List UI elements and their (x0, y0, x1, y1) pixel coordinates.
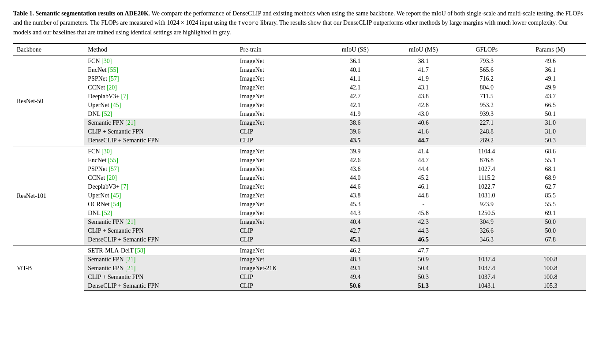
gflops-cell: 304.9 (458, 218, 515, 227)
caption-label: Table 1. (13, 10, 34, 17)
method-cell: Semantic FPN [21] (84, 264, 236, 273)
results-table: Backbone Method Pre-train mIoU (SS) mIoU… (13, 43, 586, 291)
pretrain-cell: ImageNet (236, 83, 322, 92)
pretrain-cell: ImageNet (236, 182, 322, 191)
params-cell: 49.6 (515, 56, 586, 66)
miou-ms-cell: 45.8 (388, 209, 458, 218)
gflops-cell: 1250.5 (458, 209, 515, 218)
miou-ms-cell: 44.4 (388, 165, 458, 174)
params-cell: 100.8 (515, 255, 586, 264)
gflops-cell: 227.1 (458, 119, 515, 127)
method-cell: CLIP + Semantic FPN (84, 227, 236, 235)
pretrain-cell: ImageNet (236, 56, 322, 66)
miou-ms-cell: 41.4 (388, 146, 458, 156)
backbone-cell: ResNet-101 (13, 146, 84, 245)
backbone-cell: ViT-B (13, 245, 84, 291)
miou-ms-cell: 50.9 (388, 255, 458, 264)
gflops-cell: 1104.4 (458, 146, 515, 156)
gflops-cell: 1031.0 (458, 191, 515, 200)
method-cell: OCRNet [54] (84, 200, 236, 209)
miou-ss-cell: 42.1 (322, 83, 388, 92)
miou-ss-cell: 42.7 (322, 227, 388, 235)
col-miou-ms: mIoU (MS) (388, 44, 458, 56)
caption-code: fvcore (238, 20, 259, 26)
params-cell: 85.5 (515, 191, 586, 200)
miou-ms-cell: 42.3 (388, 218, 458, 227)
params-cell: 68.6 (515, 146, 586, 156)
miou-ss-cell: 39.6 (322, 127, 388, 136)
miou-ms-cell: - (388, 200, 458, 209)
method-cell: DNL [52] (84, 209, 236, 218)
params-cell: 31.0 (515, 127, 586, 136)
miou-ss-cell: 44.6 (322, 182, 388, 191)
miou-ss-cell: 46.2 (322, 245, 388, 255)
params-cell: 67.8 (515, 235, 586, 245)
backbone-cell: ResNet-50 (13, 56, 84, 146)
miou-ms-cell: 45.2 (388, 174, 458, 182)
miou-ss-cell: 45.1 (322, 235, 388, 245)
miou-ss-cell: 50.6 (322, 282, 388, 291)
col-params: Params (M) (515, 44, 586, 56)
gflops-cell: 248.8 (458, 127, 515, 136)
gflops-cell: 1037.4 (458, 255, 515, 264)
pretrain-cell: ImageNet (236, 245, 322, 255)
gflops-cell: 804.0 (458, 83, 515, 92)
miou-ms-cell: 44.3 (388, 227, 458, 235)
gflops-cell: 1043.1 (458, 282, 515, 291)
method-cell: PSPNet [57] (84, 165, 236, 174)
miou-ss-cell: 40.4 (322, 218, 388, 227)
params-cell: 66.5 (515, 101, 586, 110)
miou-ss-cell: 43.8 (322, 191, 388, 200)
params-cell: 100.8 (515, 273, 586, 282)
miou-ss-cell: 41.9 (322, 110, 388, 119)
caption-title: Semantic segmentation results on ADE20K (35, 10, 148, 17)
method-cell: DenseCLIP + Semantic FPN (84, 136, 236, 146)
params-cell: 105.3 (515, 282, 586, 291)
miou-ms-cell: 46.5 (388, 235, 458, 245)
pretrain-cell: CLIP (236, 136, 322, 146)
gflops-cell: 1115.2 (458, 174, 515, 182)
method-cell: DenseCLIP + Semantic FPN (84, 235, 236, 245)
method-cell: CCNet [20] (84, 174, 236, 182)
gflops-cell: 1037.4 (458, 264, 515, 273)
gflops-cell: 1022.7 (458, 182, 515, 191)
gflops-cell: 269.2 (458, 136, 515, 146)
pretrain-cell: ImageNet-21K (236, 264, 322, 273)
method-cell: EncNet [55] (84, 156, 236, 165)
miou-ms-cell: 44.7 (388, 136, 458, 146)
miou-ss-cell: 44.3 (322, 209, 388, 218)
params-cell: 50.0 (515, 218, 586, 227)
params-cell: 50.1 (515, 110, 586, 119)
gflops-cell: 953.2 (458, 101, 515, 110)
miou-ss-cell: 48.3 (322, 255, 388, 264)
miou-ms-cell: 43.0 (388, 110, 458, 119)
miou-ms-cell: 51.3 (388, 282, 458, 291)
miou-ms-cell: 42.8 (388, 101, 458, 110)
miou-ss-cell: 44.0 (322, 174, 388, 182)
params-cell: 100.8 (515, 264, 586, 273)
col-backbone: Backbone (13, 44, 84, 56)
params-cell: 49.1 (515, 74, 586, 83)
method-cell: CLIP + Semantic FPN (84, 127, 236, 136)
method-cell: Semantic FPN [21] (84, 255, 236, 264)
miou-ms-cell: 47.7 (388, 245, 458, 255)
gflops-cell: 565.6 (458, 66, 515, 74)
gflops-cell: 346.3 (458, 235, 515, 245)
pretrain-cell: ImageNet (236, 165, 322, 174)
params-cell: 43.7 (515, 92, 586, 101)
gflops-cell: - (458, 245, 515, 255)
pretrain-cell: ImageNet (236, 119, 322, 127)
miou-ss-cell: 40.1 (322, 66, 388, 74)
params-cell: 55.5 (515, 200, 586, 209)
params-cell: 62.7 (515, 182, 586, 191)
gflops-cell: 1027.4 (458, 165, 515, 174)
params-cell: 31.0 (515, 119, 586, 127)
col-miou-ss: mIoU (SS) (322, 44, 388, 56)
gflops-cell: 923.9 (458, 200, 515, 209)
method-cell: FCN [30] (84, 56, 236, 66)
miou-ms-cell: 38.1 (388, 56, 458, 66)
method-cell: EncNet [55] (84, 66, 236, 74)
params-cell: 68.9 (515, 174, 586, 182)
method-cell: CLIP + Semantic FPN (84, 273, 236, 282)
pretrain-cell: ImageNet (236, 156, 322, 165)
